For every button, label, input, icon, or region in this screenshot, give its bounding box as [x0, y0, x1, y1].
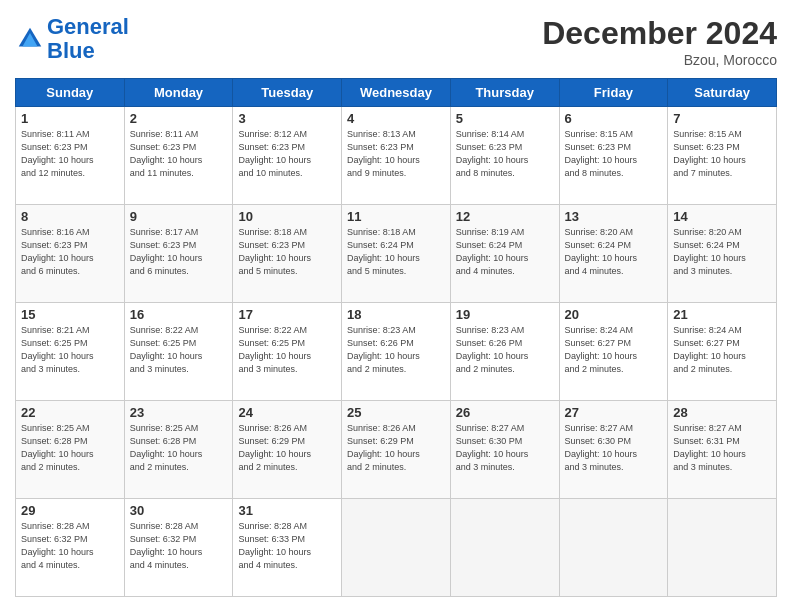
- page: General Blue December 2024 Bzou, Morocco…: [0, 0, 792, 612]
- calendar-week-row: 22Sunrise: 8:25 AM Sunset: 6:28 PM Dayli…: [16, 401, 777, 499]
- day-info: Sunrise: 8:20 AM Sunset: 6:24 PM Dayligh…: [565, 226, 663, 278]
- month-title: December 2024: [542, 15, 777, 52]
- day-info: Sunrise: 8:23 AM Sunset: 6:26 PM Dayligh…: [347, 324, 445, 376]
- day-info: Sunrise: 8:24 AM Sunset: 6:27 PM Dayligh…: [673, 324, 771, 376]
- day-number: 22: [21, 405, 119, 420]
- weekday-header-cell: Sunday: [16, 79, 125, 107]
- calendar-day-cell: 5Sunrise: 8:14 AM Sunset: 6:23 PM Daylig…: [450, 107, 559, 205]
- calendar-day-cell: 15Sunrise: 8:21 AM Sunset: 6:25 PM Dayli…: [16, 303, 125, 401]
- day-info: Sunrise: 8:21 AM Sunset: 6:25 PM Dayligh…: [21, 324, 119, 376]
- calendar-day-cell: 3Sunrise: 8:12 AM Sunset: 6:23 PM Daylig…: [233, 107, 342, 205]
- day-info: Sunrise: 8:17 AM Sunset: 6:23 PM Dayligh…: [130, 226, 228, 278]
- day-number: 9: [130, 209, 228, 224]
- day-number: 16: [130, 307, 228, 322]
- day-number: 19: [456, 307, 554, 322]
- day-info: Sunrise: 8:27 AM Sunset: 6:30 PM Dayligh…: [565, 422, 663, 474]
- weekday-header-cell: Friday: [559, 79, 668, 107]
- calendar-week-row: 1Sunrise: 8:11 AM Sunset: 6:23 PM Daylig…: [16, 107, 777, 205]
- day-info: Sunrise: 8:27 AM Sunset: 6:31 PM Dayligh…: [673, 422, 771, 474]
- weekday-header-cell: Saturday: [668, 79, 777, 107]
- calendar-body: 1Sunrise: 8:11 AM Sunset: 6:23 PM Daylig…: [16, 107, 777, 597]
- day-number: 4: [347, 111, 445, 126]
- day-info: Sunrise: 8:22 AM Sunset: 6:25 PM Dayligh…: [130, 324, 228, 376]
- day-number: 18: [347, 307, 445, 322]
- day-info: Sunrise: 8:25 AM Sunset: 6:28 PM Dayligh…: [130, 422, 228, 474]
- day-number: 11: [347, 209, 445, 224]
- calendar-day-cell: 22Sunrise: 8:25 AM Sunset: 6:28 PM Dayli…: [16, 401, 125, 499]
- day-number: 24: [238, 405, 336, 420]
- calendar-day-cell: 20Sunrise: 8:24 AM Sunset: 6:27 PM Dayli…: [559, 303, 668, 401]
- calendar-day-cell: 23Sunrise: 8:25 AM Sunset: 6:28 PM Dayli…: [124, 401, 233, 499]
- day-info: Sunrise: 8:28 AM Sunset: 6:32 PM Dayligh…: [21, 520, 119, 572]
- day-number: 2: [130, 111, 228, 126]
- location: Bzou, Morocco: [542, 52, 777, 68]
- day-number: 12: [456, 209, 554, 224]
- day-number: 8: [21, 209, 119, 224]
- weekday-header-cell: Wednesday: [342, 79, 451, 107]
- day-number: 1: [21, 111, 119, 126]
- calendar-day-cell: 9Sunrise: 8:17 AM Sunset: 6:23 PM Daylig…: [124, 205, 233, 303]
- calendar-day-cell: 17Sunrise: 8:22 AM Sunset: 6:25 PM Dayli…: [233, 303, 342, 401]
- calendar-day-cell: [668, 499, 777, 597]
- day-info: Sunrise: 8:26 AM Sunset: 6:29 PM Dayligh…: [238, 422, 336, 474]
- header: General Blue December 2024 Bzou, Morocco: [15, 15, 777, 68]
- day-number: 13: [565, 209, 663, 224]
- calendar-week-row: 29Sunrise: 8:28 AM Sunset: 6:32 PM Dayli…: [16, 499, 777, 597]
- calendar-day-cell: 30Sunrise: 8:28 AM Sunset: 6:32 PM Dayli…: [124, 499, 233, 597]
- day-number: 29: [21, 503, 119, 518]
- day-info: Sunrise: 8:11 AM Sunset: 6:23 PM Dayligh…: [130, 128, 228, 180]
- logo-text: General Blue: [47, 15, 129, 63]
- logo-icon: [15, 24, 45, 54]
- day-number: 15: [21, 307, 119, 322]
- logo-line2: Blue: [47, 38, 95, 63]
- weekday-header-cell: Tuesday: [233, 79, 342, 107]
- calendar-day-cell: 1Sunrise: 8:11 AM Sunset: 6:23 PM Daylig…: [16, 107, 125, 205]
- day-info: Sunrise: 8:16 AM Sunset: 6:23 PM Dayligh…: [21, 226, 119, 278]
- calendar-day-cell: 25Sunrise: 8:26 AM Sunset: 6:29 PM Dayli…: [342, 401, 451, 499]
- day-number: 6: [565, 111, 663, 126]
- calendar-day-cell: 6Sunrise: 8:15 AM Sunset: 6:23 PM Daylig…: [559, 107, 668, 205]
- day-number: 23: [130, 405, 228, 420]
- day-number: 25: [347, 405, 445, 420]
- day-info: Sunrise: 8:18 AM Sunset: 6:24 PM Dayligh…: [347, 226, 445, 278]
- logo: General Blue: [15, 15, 129, 63]
- day-info: Sunrise: 8:27 AM Sunset: 6:30 PM Dayligh…: [456, 422, 554, 474]
- calendar-day-cell: 31Sunrise: 8:28 AM Sunset: 6:33 PM Dayli…: [233, 499, 342, 597]
- calendar-day-cell: 19Sunrise: 8:23 AM Sunset: 6:26 PM Dayli…: [450, 303, 559, 401]
- day-info: Sunrise: 8:13 AM Sunset: 6:23 PM Dayligh…: [347, 128, 445, 180]
- weekday-header-cell: Monday: [124, 79, 233, 107]
- day-info: Sunrise: 8:15 AM Sunset: 6:23 PM Dayligh…: [673, 128, 771, 180]
- calendar-day-cell: 29Sunrise: 8:28 AM Sunset: 6:32 PM Dayli…: [16, 499, 125, 597]
- weekday-header-row: SundayMondayTuesdayWednesdayThursdayFrid…: [16, 79, 777, 107]
- calendar-table: SundayMondayTuesdayWednesdayThursdayFrid…: [15, 78, 777, 597]
- calendar-day-cell: 11Sunrise: 8:18 AM Sunset: 6:24 PM Dayli…: [342, 205, 451, 303]
- calendar-day-cell: 14Sunrise: 8:20 AM Sunset: 6:24 PM Dayli…: [668, 205, 777, 303]
- day-info: Sunrise: 8:20 AM Sunset: 6:24 PM Dayligh…: [673, 226, 771, 278]
- calendar-day-cell: 4Sunrise: 8:13 AM Sunset: 6:23 PM Daylig…: [342, 107, 451, 205]
- weekday-header-cell: Thursday: [450, 79, 559, 107]
- day-number: 14: [673, 209, 771, 224]
- day-number: 21: [673, 307, 771, 322]
- day-info: Sunrise: 8:19 AM Sunset: 6:24 PM Dayligh…: [456, 226, 554, 278]
- calendar-day-cell: 21Sunrise: 8:24 AM Sunset: 6:27 PM Dayli…: [668, 303, 777, 401]
- title-area: December 2024 Bzou, Morocco: [542, 15, 777, 68]
- day-number: 20: [565, 307, 663, 322]
- logo-line1: General: [47, 14, 129, 39]
- day-number: 17: [238, 307, 336, 322]
- calendar-day-cell: 8Sunrise: 8:16 AM Sunset: 6:23 PM Daylig…: [16, 205, 125, 303]
- calendar-day-cell: 2Sunrise: 8:11 AM Sunset: 6:23 PM Daylig…: [124, 107, 233, 205]
- day-number: 26: [456, 405, 554, 420]
- day-info: Sunrise: 8:26 AM Sunset: 6:29 PM Dayligh…: [347, 422, 445, 474]
- day-info: Sunrise: 8:22 AM Sunset: 6:25 PM Dayligh…: [238, 324, 336, 376]
- day-info: Sunrise: 8:28 AM Sunset: 6:32 PM Dayligh…: [130, 520, 228, 572]
- day-info: Sunrise: 8:25 AM Sunset: 6:28 PM Dayligh…: [21, 422, 119, 474]
- calendar-day-cell: 10Sunrise: 8:18 AM Sunset: 6:23 PM Dayli…: [233, 205, 342, 303]
- calendar-day-cell: 12Sunrise: 8:19 AM Sunset: 6:24 PM Dayli…: [450, 205, 559, 303]
- day-number: 10: [238, 209, 336, 224]
- day-number: 5: [456, 111, 554, 126]
- day-info: Sunrise: 8:14 AM Sunset: 6:23 PM Dayligh…: [456, 128, 554, 180]
- day-number: 30: [130, 503, 228, 518]
- day-info: Sunrise: 8:23 AM Sunset: 6:26 PM Dayligh…: [456, 324, 554, 376]
- calendar-day-cell: 27Sunrise: 8:27 AM Sunset: 6:30 PM Dayli…: [559, 401, 668, 499]
- calendar-day-cell: 13Sunrise: 8:20 AM Sunset: 6:24 PM Dayli…: [559, 205, 668, 303]
